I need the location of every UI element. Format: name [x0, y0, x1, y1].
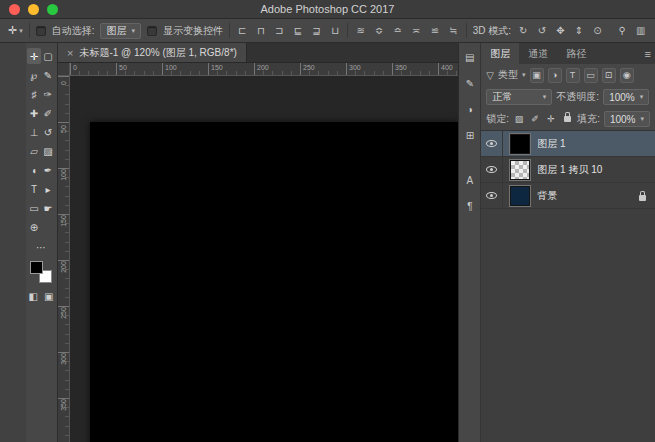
lock-transparent-pixels-icon[interactable]: ▨ [513, 112, 525, 126]
distribute-bottom-edges-icon[interactable]: ≏ [391, 23, 404, 38]
3d-roll-icon[interactable]: ↺ [536, 23, 549, 38]
properties-panel-icon[interactable]: ✎ [462, 76, 478, 91]
close-tab-icon[interactable]: × [67, 47, 73, 59]
layer-row-background[interactable]: 背景 [481, 183, 655, 209]
ruler-row: 050100150200250300350400 [58, 63, 458, 76]
tab-layers[interactable]: 图层 [481, 43, 519, 64]
3d-scale-icon[interactable]: ⊙ [591, 23, 604, 38]
auto-select-checkbox[interactable] [36, 26, 46, 36]
histogram-panel-icon[interactable]: ▤ [462, 50, 478, 65]
eye-icon [486, 166, 497, 173]
crop-tool[interactable]: ♯ [27, 86, 41, 102]
zoom-window-button[interactable] [47, 4, 58, 15]
healing-brush-tool[interactable]: ✚ [27, 105, 41, 121]
layer-row-layer-1[interactable]: 图层 1 [481, 131, 655, 157]
libraries-panel-icon[interactable]: ⊞ [462, 128, 478, 143]
screen-mode-icon[interactable]: ▣ [44, 291, 53, 303]
layer-row-layer-1-copy-10[interactable]: 图层 1 拷贝 10 [481, 157, 655, 183]
ruler-origin-corner[interactable] [58, 63, 70, 76]
document-canvas[interactable] [90, 122, 458, 442]
align-right-edges-icon[interactable]: ⊐ [273, 23, 286, 38]
tab-paths[interactable]: 路径 [557, 43, 595, 64]
fill-dropdown[interactable]: 100% ▾ [604, 111, 650, 127]
clone-stamp-tool[interactable]: ⊥ [27, 124, 41, 140]
document-area: × 未标题-1 @ 120% (图层 1, RGB/8*) 0501001502… [58, 43, 458, 442]
lock-icon [564, 116, 571, 122]
ruler-number: 300 [349, 64, 361, 72]
lasso-tool[interactable]: ℘ [27, 67, 41, 83]
quick-mask-icon[interactable]: ◧ [29, 291, 38, 303]
filter-toggle-icon[interactable]: ◉ [620, 68, 634, 83]
zoom-tool[interactable]: ⊕ [27, 219, 41, 235]
minimize-window-button[interactable] [28, 4, 39, 15]
tab-channels[interactable]: 通道 [519, 43, 557, 64]
filter-type-layers-icon[interactable]: T [566, 68, 580, 83]
align-horizontal-centers-icon[interactable]: ⊓ [255, 23, 268, 38]
layer-thumbnail[interactable] [510, 134, 530, 154]
character-panel-icon[interactable]: A [462, 173, 478, 188]
align-left-edges-icon[interactable]: ⊏ [236, 23, 249, 38]
shape-tool[interactable]: ▭ [27, 200, 41, 216]
paragraph-panel-icon[interactable]: ¶ [462, 199, 478, 214]
filter-shape-layers-icon[interactable]: ▭ [584, 68, 598, 83]
3d-slide-icon[interactable]: ⇕ [573, 23, 586, 38]
close-window-button[interactable] [9, 4, 20, 15]
brush-tool[interactable]: ✐ [41, 105, 55, 121]
align-bottom-edges-icon[interactable]: ⊔ [329, 23, 342, 38]
eyedropper-tool[interactable]: ✑ [41, 86, 55, 102]
chevron-down-icon: ▾ [131, 27, 135, 35]
show-transform-label: 显示变换控件 [163, 24, 223, 38]
show-transform-checkbox[interactable] [147, 26, 157, 36]
search-icon[interactable]: ⚲ [616, 23, 629, 38]
align-top-edges-icon[interactable]: ⊑ [292, 23, 305, 38]
filter-funnel-icon[interactable]: ▽ [486, 70, 494, 81]
3d-rotate-icon[interactable]: ↻ [517, 23, 530, 38]
lock-image-pixels-icon[interactable]: ✐ [529, 112, 541, 126]
edit-toolbar-icon[interactable]: ⋯ [36, 242, 46, 254]
lock-position-icon[interactable]: ✛ [545, 112, 557, 126]
vertical-ruler[interactable]: 050100150200250300350 [58, 76, 70, 442]
active-tool-badge[interactable]: ✛ ▾ [8, 24, 23, 37]
distribute-right-edges-icon[interactable]: ≒ [447, 23, 460, 38]
document-tab[interactable]: × 未标题-1 @ 120% (图层 1, RGB/8*) [58, 43, 247, 62]
blur-tool[interactable]: ◖ [27, 162, 41, 178]
adjustments-panel-icon[interactable]: ◑ [462, 102, 478, 117]
type-tool[interactable]: T [27, 181, 41, 197]
hand-tool[interactable]: ☛ [41, 200, 55, 216]
visibility-toggle[interactable] [481, 131, 503, 156]
horizontal-ruler[interactable]: 050100150200250300350400 [70, 63, 458, 76]
layer-name[interactable]: 图层 1 [537, 137, 655, 151]
chevron-down-icon: ▾ [522, 71, 526, 79]
visibility-toggle[interactable] [481, 183, 503, 208]
workspace-switcher-icon[interactable]: ▥ [634, 23, 647, 38]
distribute-horizontal-centers-icon[interactable]: ≌ [429, 23, 442, 38]
filter-pixel-layers-icon[interactable]: ▣ [530, 68, 544, 83]
visibility-toggle[interactable] [481, 157, 503, 182]
pen-tool[interactable]: ✒ [41, 162, 55, 178]
layer-thumbnail[interactable] [510, 186, 530, 206]
lock-all-icon[interactable] [561, 112, 573, 126]
filter-adjustment-layers-icon[interactable]: ◑ [548, 68, 562, 83]
chevron-down-icon: ▾ [19, 27, 23, 35]
layer-name[interactable]: 图层 1 拷贝 10 [537, 163, 655, 177]
filter-smart-objects-icon[interactable]: ⊡ [602, 68, 616, 83]
path-selection-tool[interactable]: ▸ [41, 181, 55, 197]
foreground-color-swatch[interactable] [30, 261, 43, 274]
move-tool[interactable]: ✛ [27, 48, 41, 64]
layer-thumbnail[interactable] [510, 160, 530, 180]
quick-selection-tool[interactable]: ✎ [41, 67, 55, 83]
eraser-tool[interactable]: ▱ [27, 143, 41, 159]
3d-drag-icon[interactable]: ✥ [554, 23, 567, 38]
layer-name[interactable]: 背景 [537, 189, 639, 203]
distribute-vertical-centers-icon[interactable]: ≎ [373, 23, 386, 38]
distribute-left-edges-icon[interactable]: ≍ [410, 23, 423, 38]
opacity-dropdown[interactable]: 100% ▾ [603, 89, 649, 105]
gradient-tool[interactable]: ▨ [41, 143, 55, 159]
align-vertical-centers-icon[interactable]: ⊒ [310, 23, 323, 38]
distribute-top-edges-icon[interactable]: ≋ [354, 23, 367, 38]
history-brush-tool[interactable]: ↺ [41, 124, 55, 140]
blend-mode-dropdown[interactable]: 正常 ▾ [486, 89, 552, 105]
panel-menu-icon[interactable]: ≡ [645, 43, 651, 64]
auto-select-target-dropdown[interactable]: 图层 ▾ [100, 23, 141, 39]
rectangular-marquee-tool[interactable]: ▢ [41, 48, 55, 64]
